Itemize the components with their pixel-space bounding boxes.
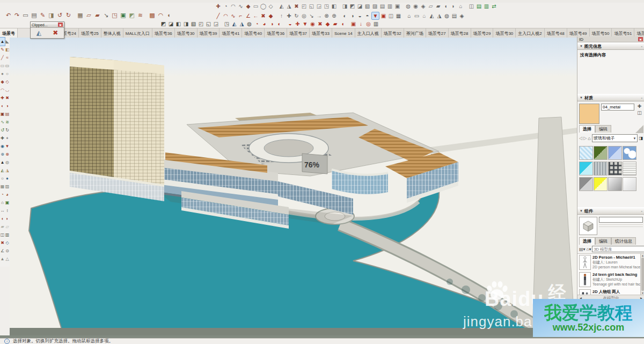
- scrollbar[interactable]: ▲ ▼: [640, 254, 644, 295]
- tool-icon[interactable]: ▦: [0, 182, 5, 191]
- tool-icon[interactable]: ▥: [372, 20, 379, 27]
- tool-icon[interactable]: ◖: [0, 215, 5, 223]
- material-collection-dropdown[interactable]: 玻璃和镜子 ▼: [592, 134, 638, 142]
- scene-tab[interactable]: 主入口人视2: [516, 28, 544, 38]
- tool-icon[interactable]: ◉: [0, 142, 5, 150]
- component-item[interactable]: 2d teen girl back facing 创建人: SketchUp T…: [577, 271, 644, 288]
- tool-icon[interactable]: →: [316, 12, 323, 19]
- tool-icon[interactable]: ↻: [64, 11, 72, 19]
- 3d-viewport[interactable]: 76% Bai: [10, 38, 577, 335]
- info-icon[interactable]: i: [4, 339, 10, 344]
- tool-icon[interactable]: ↑: [278, 12, 285, 19]
- forward-icon[interactable]: ▷: [583, 136, 587, 141]
- tool-icon[interactable]: ◐: [0, 102, 5, 110]
- tool-icon[interactable]: ∠: [0, 247, 5, 255]
- scene-tab[interactable]: 场景号28: [449, 28, 471, 38]
- material-swatch-silver-gradient[interactable]: [608, 177, 622, 191]
- tool-icon[interactable]: ◪: [167, 20, 174, 27]
- tool-icon[interactable]: ↔: [0, 207, 5, 215]
- tool-icon[interactable]: ⌂: [421, 12, 428, 19]
- tool-icon[interactable]: ◩: [128, 11, 136, 19]
- tool-icon[interactable]: ✖: [260, 12, 267, 19]
- tool-icon[interactable]: ▣: [5, 199, 10, 207]
- tool-icon[interactable]: ◐: [341, 12, 348, 19]
- tool-icon[interactable]: ◆: [324, 20, 331, 27]
- tool-icon[interactable]: ◨: [341, 3, 348, 10]
- tool-icon[interactable]: ▤: [475, 3, 482, 10]
- material-swatch-glass-hatch[interactable]: [579, 146, 593, 160]
- tool-icon[interactable]: ◫: [468, 3, 475, 10]
- tool-icon[interactable]: ▲: [0, 255, 5, 263]
- tool-icon[interactable]: ▣: [380, 12, 387, 19]
- component-item[interactable]: 2D 人物组 两人: [577, 288, 644, 295]
- tool-icon[interactable]: ▦: [76, 11, 84, 19]
- tool-icon[interactable]: ◗: [450, 3, 457, 10]
- tool-icon[interactable]: ◆: [267, 12, 274, 19]
- tool-icon[interactable]: ◠: [230, 3, 237, 10]
- scene-tab[interactable]: 整体人视: [101, 28, 123, 38]
- tool-icon[interactable]: ⊕: [0, 150, 5, 158]
- tool-icon[interactable]: ↻: [293, 12, 300, 19]
- tool-icon[interactable]: ▤: [451, 12, 458, 19]
- tool-icon[interactable]: ▼: [302, 20, 309, 27]
- tool-icon[interactable]: ◭: [231, 20, 238, 27]
- tool-icon[interactable]: ▨: [371, 3, 378, 10]
- tool-icon[interactable]: ≈: [5, 54, 10, 62]
- tool-icon[interactable]: ▭: [0, 62, 5, 70]
- tool-icon[interactable]: ▩: [148, 11, 156, 19]
- tool-icon[interactable]: ▱: [5, 223, 10, 231]
- tool-icon[interactable]: ▥: [386, 3, 393, 10]
- tool-icon[interactable]: ◑: [349, 12, 356, 19]
- tool-icon[interactable]: ✚: [294, 20, 301, 27]
- tool-icon[interactable]: ◕: [5, 191, 10, 199]
- tool-icon[interactable]: ▥: [5, 231, 10, 239]
- tool-icon[interactable]: ◒: [287, 20, 294, 27]
- tool-icon[interactable]: ◣: [5, 38, 10, 46]
- tool-icon[interactable]: ▣: [0, 110, 5, 118]
- scene-tab[interactable]: Scene 14: [332, 28, 355, 38]
- section-menu-icon[interactable]: ▫: [641, 96, 642, 100]
- scene-tab[interactable]: 场景号33: [310, 28, 332, 38]
- tool-icon[interactable]: ╱: [215, 12, 222, 19]
- tool-icon[interactable]: ◳: [323, 3, 330, 10]
- tool-icon[interactable]: ↺: [0, 126, 5, 134]
- tool-icon[interactable]: ◲: [213, 20, 219, 27]
- tool-icon[interactable]: ↕: [5, 207, 10, 215]
- tool-icon[interactable]: ◈: [458, 12, 465, 19]
- scene-tab[interactable]: 场景号37: [287, 28, 310, 38]
- tool-icon[interactable]: ▦: [395, 12, 402, 19]
- tool-icon[interactable]: ∿: [237, 3, 244, 10]
- back-icon[interactable]: ◁: [579, 136, 582, 141]
- tool-icon[interactable]: ◭: [428, 12, 435, 19]
- tool-icon[interactable]: ▰: [93, 11, 101, 19]
- tool-icon[interactable]: ⌖: [5, 134, 10, 142]
- material-swatch-gray-diagonal[interactable]: [579, 177, 593, 191]
- tool-icon[interactable]: ◩: [160, 20, 167, 27]
- palette-tool-icon[interactable]: ✖: [53, 29, 58, 36]
- tool-icon[interactable]: ◐: [165, 11, 173, 19]
- tool-icon[interactable]: ◭: [0, 166, 5, 174]
- tool-icon[interactable]: ◔: [0, 191, 5, 199]
- tool-icon[interactable]: ◮: [286, 3, 292, 10]
- home-icon[interactable]: ⌂▾: [587, 247, 591, 252]
- scene-tab[interactable]: 场景号41: [219, 28, 242, 38]
- home-icon[interactable]: ⌂: [588, 136, 590, 141]
- tool-icon[interactable]: ↓: [357, 20, 364, 27]
- tool-icon[interactable]: ≋: [5, 118, 10, 126]
- tool-icon[interactable]: ◳: [223, 20, 230, 27]
- tool-icon[interactable]: ⊗: [323, 12, 330, 19]
- scene-tab[interactable]: 场景号30: [175, 28, 197, 38]
- tool-icon[interactable]: ▧: [190, 20, 197, 27]
- tool-icon[interactable]: ◲: [316, 3, 323, 10]
- tool-icon[interactable]: ◩: [349, 3, 356, 10]
- tool-icon[interactable]: ◠: [157, 11, 165, 19]
- tool-icon[interactable]: ∿: [230, 12, 237, 19]
- tool-icon[interactable]: ▱: [427, 3, 434, 10]
- entity-info-header[interactable]: ▼ 图元信息 ▫: [577, 42, 644, 50]
- material-swatch-blue-diagonal[interactable]: [608, 146, 622, 160]
- components-header[interactable]: ▼ 组件 ▫: [577, 207, 644, 215]
- tool-icon[interactable]: ⌂: [457, 3, 464, 10]
- tool-icon[interactable]: ◨: [47, 11, 55, 19]
- material-swatch-yellow[interactable]: [594, 177, 608, 191]
- scroll-thumb[interactable]: [641, 258, 644, 291]
